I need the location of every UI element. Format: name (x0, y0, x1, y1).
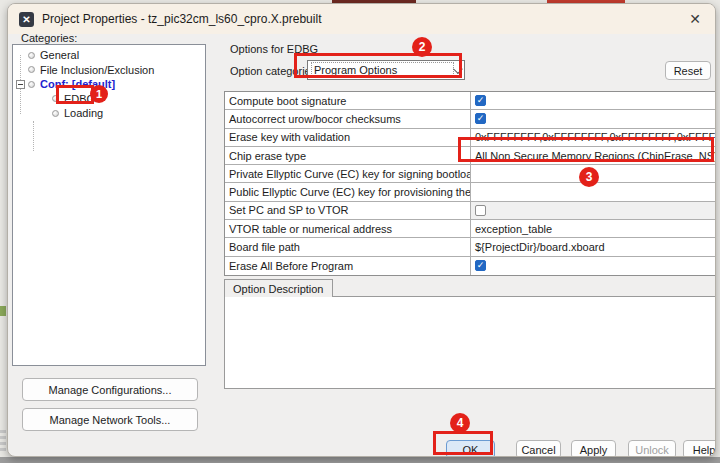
tree-item-conf-default[interactable]: Conf: [default] (13, 77, 205, 92)
tree-item-label: Conf: [default] (40, 78, 115, 90)
tree-item-loading[interactable]: Loading (13, 106, 205, 121)
option-label: Board file path (225, 238, 471, 255)
options-table: Compute boot signature Autocorrect urow/… (224, 91, 716, 276)
table-row: Public Ellyptic Curve (EC) key for provi… (225, 183, 716, 201)
window-title: Project Properties - tz_pic32cm_ls60_cpr… (42, 12, 321, 26)
tree-node-icon (28, 66, 35, 73)
option-label: VTOR table or numerical address (225, 220, 471, 237)
tree-item-label: Loading (64, 107, 103, 119)
option-value-cell (471, 202, 716, 219)
chevron-down-icon (453, 64, 463, 74)
reset-button[interactable]: Reset (665, 61, 711, 80)
options-for-edbg-heading: Options for EDBG (230, 43, 318, 55)
option-value-cell (471, 110, 716, 127)
background-strip-bottom (0, 457, 720, 463)
tree-node-icon (28, 52, 35, 59)
tree-guide-line (33, 121, 34, 151)
background-left-icon (0, 306, 6, 316)
option-value-input[interactable] (471, 165, 716, 182)
ok-button[interactable]: OK (446, 440, 495, 457)
option-label: Autocorrect urow/bocor checksums (225, 110, 471, 127)
checkbox[interactable] (475, 113, 486, 124)
mplab-x-icon: ✕ (19, 12, 34, 27)
option-value-input[interactable]: ${ProjectDir}/board.xboard (471, 238, 716, 255)
tree-item-label: EDBG (64, 93, 95, 105)
option-label: Erase All Before Program (225, 257, 471, 275)
option-label: Private Ellyptic Curve (EC) key for sign… (225, 165, 471, 182)
tree-item-edbg[interactable]: EDBG (13, 92, 205, 107)
option-value-cell (471, 257, 716, 275)
option-categories-select[interactable]: Program Options (307, 60, 465, 80)
chip-erase-type-select[interactable]: All Non Secure Memory Regions (ChipErase… (471, 147, 716, 164)
chip-erase-type-value: All Non Secure Memory Regions (ChipErase… (475, 150, 716, 162)
manage-network-tools-button[interactable]: Manage Network Tools... (22, 408, 198, 431)
table-row: VTOR table or numerical address exceptio… (225, 220, 716, 238)
option-label: Erase key with validation (225, 129, 471, 146)
close-icon[interactable]: ✕ (689, 11, 701, 27)
categories-label: Categories: (21, 32, 77, 44)
option-value-input[interactable]: 0xFFFFFFFF,0xFFFFFFFF,0xFFFFFFFF,0xFFFFF… (471, 129, 716, 146)
tree-node-icon (52, 95, 59, 102)
apply-button[interactable]: Apply (571, 440, 616, 457)
help-button[interactable]: Help (683, 440, 716, 457)
tree-node-icon (28, 81, 35, 88)
option-value-cell (471, 92, 716, 109)
tree-collapse-icon[interactable] (16, 80, 25, 89)
option-description-tab[interactable]: Option Description (224, 279, 333, 297)
table-row: Chip erase type All Non Secure Memory Re… (225, 147, 716, 165)
tree-item-general[interactable]: General (13, 48, 205, 63)
checkbox[interactable] (475, 205, 486, 216)
tree-node-icon (52, 110, 59, 117)
option-description-area (224, 296, 716, 389)
table-row: Erase All Before Program (225, 257, 716, 275)
option-label: Public Ellyptic Curve (EC) key for provi… (225, 183, 471, 200)
tree-item-label: File Inclusion/Exclusion (40, 64, 154, 76)
title-bar: ✕ Project Properties - tz_pic32cm_ls60_c… (8, 4, 715, 34)
option-value-input[interactable]: exception_table (471, 220, 716, 237)
option-label: Chip erase type (225, 147, 471, 164)
background-left-marks (0, 430, 6, 454)
cancel-button[interactable]: Cancel (516, 440, 561, 457)
tree-item-label: General (40, 49, 79, 61)
unlock-button: Unlock (628, 440, 676, 457)
table-row: Erase key with validation 0xFFFFFFFF,0xF… (225, 129, 716, 147)
table-row: Compute boot signature (225, 92, 716, 110)
option-label: Set PC and SP to VTOR (225, 202, 471, 219)
option-label: Compute boot signature (225, 92, 471, 109)
table-row: Private Ellyptic Curve (EC) key for sign… (225, 165, 716, 183)
table-row: Set PC and SP to VTOR (225, 202, 716, 220)
categories-tree: General File Inclusion/Exclusion Conf: [… (12, 44, 206, 366)
option-categories-label: Option categories: (230, 65, 319, 77)
manage-configurations-button[interactable]: Manage Configurations... (22, 378, 198, 401)
table-row: Autocorrect urow/bocor checksums (225, 110, 716, 128)
option-categories-value: Program Options (312, 63, 453, 77)
tree-item-file-inclusion-exclusion[interactable]: File Inclusion/Exclusion (13, 63, 205, 78)
project-properties-dialog: ✕ Project Properties - tz_pic32cm_ls60_c… (7, 3, 716, 457)
option-value-input[interactable] (471, 183, 716, 200)
checkbox[interactable] (475, 95, 486, 106)
checkbox[interactable] (475, 260, 486, 271)
table-row: Board file path ${ProjectDir}/board.xboa… (225, 238, 716, 256)
